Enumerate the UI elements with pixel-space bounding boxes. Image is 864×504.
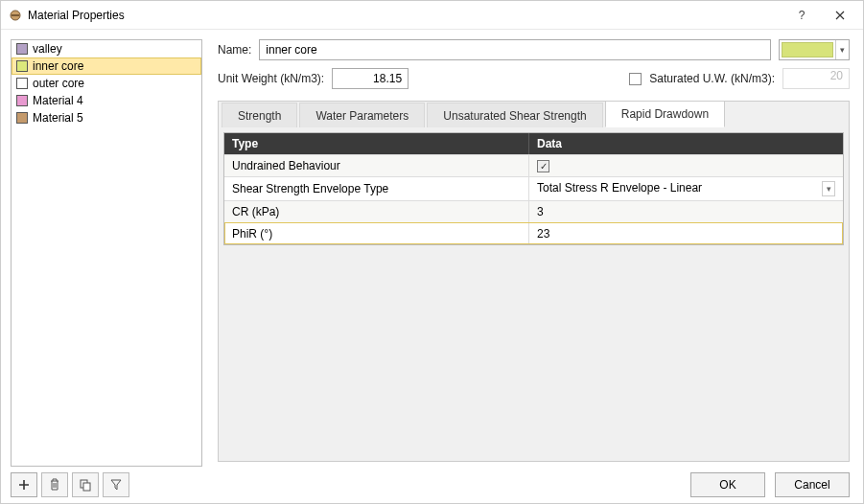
grid-cell-type: PhiR (°) — [224, 223, 529, 244]
copy-button[interactable] — [72, 472, 99, 497]
color-swatch — [782, 42, 833, 57]
grid-row: PhiR (°)23 — [224, 222, 843, 244]
filter-button[interactable] — [103, 472, 129, 497]
saturated-uw-label: Saturated U.W. (kN/m3): — [649, 72, 775, 85]
grid-cell-type: Shear Strength Envelope Type — [224, 177, 529, 200]
grid-cell-data[interactable]: Total Stress R Envelope - Linear▾ — [529, 177, 843, 200]
svg-rect-3 — [83, 483, 90, 491]
help-button[interactable]: ? — [782, 1, 821, 29]
properties-panel: Name: ▾ Unit Weight (kN/m3): Saturated U… — [208, 30, 863, 466]
grid-cell-data[interactable]: 23 — [529, 223, 843, 244]
grid-row: CR (kPa)3 — [224, 200, 843, 222]
color-picker-button[interactable]: ▾ — [779, 39, 850, 60]
grid-row: Shear Strength Envelope TypeTotal Stress… — [224, 176, 843, 200]
unit-weight-input[interactable] — [332, 68, 409, 89]
app-icon — [9, 9, 22, 22]
material-label: valley — [33, 42, 62, 56]
material-list[interactable]: valleyinner coreouter coreMaterial 4Mate… — [11, 39, 202, 467]
saturated-uw-input: 20 — [782, 68, 850, 89]
close-button[interactable] — [821, 1, 859, 29]
grid-header: Type Data — [224, 133, 843, 154]
material-item[interactable]: outer core — [12, 75, 201, 92]
material-label: inner core — [33, 59, 83, 73]
tab-body: Type Data Undrained Behaviour✓Shear Stre… — [222, 131, 845, 457]
grid-header-type: Type — [224, 133, 529, 154]
material-item[interactable]: valley — [12, 40, 201, 57]
grid-cell-data[interactable]: ✓ — [529, 155, 843, 176]
material-label: Material 4 — [33, 94, 83, 107]
grid-select-value: Total Stress R Envelope - Linear — [537, 181, 822, 196]
grid-header-data: Data — [529, 133, 843, 154]
grid-checkbox[interactable]: ✓ — [537, 160, 549, 172]
material-item[interactable]: Material 5 — [12, 109, 201, 126]
material-swatch — [16, 60, 28, 72]
material-sidebar: valleyinner coreouter coreMaterial 4Mate… — [1, 30, 208, 466]
add-button[interactable] — [11, 472, 37, 497]
name-input[interactable] — [259, 39, 771, 60]
grid-cell-data[interactable]: 3 — [529, 201, 843, 222]
tab[interactable]: Water Parameters — [299, 103, 425, 127]
saturated-uw-checkbox[interactable] — [629, 73, 642, 85]
window-title: Material Properties — [28, 9, 125, 22]
material-swatch — [16, 112, 28, 124]
titlebar: Material Properties ? — [1, 1, 863, 30]
ok-button[interactable]: OK — [690, 472, 765, 497]
svg-rect-1 — [12, 14, 19, 16]
grid-cell-type: CR (kPa) — [224, 201, 529, 222]
chevron-down-icon[interactable]: ▾ — [822, 181, 835, 196]
tabs-container: StrengthWater ParametersUnsaturated Shea… — [218, 101, 850, 462]
material-label: outer core — [33, 77, 84, 90]
tab[interactable]: Strength — [222, 103, 297, 127]
material-item[interactable]: Material 4 — [12, 92, 201, 109]
material-label: Material 5 — [33, 111, 83, 125]
tab[interactable]: Rapid Drawdown — [605, 101, 725, 127]
grid-row: Undrained Behaviour✓ — [224, 154, 843, 176]
name-label: Name: — [218, 43, 251, 57]
material-swatch — [16, 78, 28, 89]
material-item[interactable]: inner core — [12, 57, 201, 75]
property-grid: Type Data Undrained Behaviour✓Shear Stre… — [223, 132, 844, 245]
tab[interactable]: Unsaturated Shear Strength — [427, 103, 602, 127]
cancel-button[interactable]: Cancel — [775, 472, 850, 497]
material-swatch — [16, 95, 28, 106]
chevron-down-icon: ▾ — [835, 40, 849, 59]
tab-strip: StrengthWater ParametersUnsaturated Shea… — [222, 101, 727, 127]
material-swatch — [16, 43, 28, 55]
dialog-footer: OK Cancel — [1, 466, 863, 504]
grid-cell-type: Undrained Behaviour — [224, 155, 529, 176]
unit-weight-label: Unit Weight (kN/m3): — [218, 72, 324, 85]
delete-button[interactable] — [41, 472, 68, 497]
